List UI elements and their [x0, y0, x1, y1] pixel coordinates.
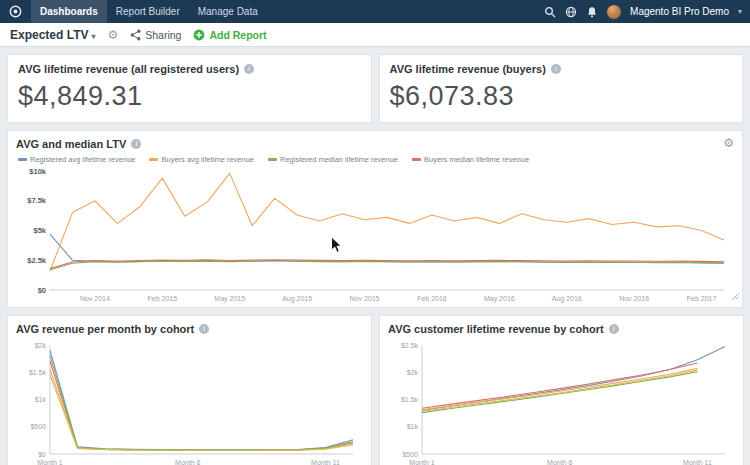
cohort-lifetime-title: AVG customer lifetime revenue by cohort	[388, 323, 604, 335]
info-icon[interactable]: i	[244, 64, 254, 74]
svg-text:Feb 2015: Feb 2015	[148, 295, 178, 302]
info-icon[interactable]: i	[131, 139, 141, 149]
kpi-row: AVG lifetime revenue (all registered use…	[7, 54, 743, 123]
legend-item[interactable]: Registered median lifetime revenue	[268, 155, 398, 164]
svg-text:Feb 2016: Feb 2016	[417, 295, 447, 302]
legend-swatch	[149, 158, 158, 161]
svg-text:$2k: $2k	[407, 369, 419, 376]
brand-logo-icon[interactable]	[8, 4, 23, 19]
dashboard-toolbar: Expected LTV▾ ⚙ Sharing Add Report	[0, 23, 750, 47]
cohort-revenue-panel: AVG revenue per month by cohort i $0$500…	[7, 315, 372, 465]
info-icon[interactable]: i	[551, 64, 561, 74]
bottom-chart-row: AVG revenue per month by cohort i $0$500…	[7, 315, 743, 465]
kpi-value: $6,073.83	[390, 81, 733, 112]
legend-item[interactable]: Registered avg lifetime revenue	[18, 155, 135, 164]
main-chart-panel: AVG and median LTV i ⚙ Registered avg li…	[7, 130, 743, 308]
legend-item[interactable]: Buyers avg lifetime revenue	[149, 155, 254, 164]
svg-text:$500: $500	[402, 451, 418, 458]
nav-item-report-builder[interactable]: Report Builder	[107, 0, 189, 23]
info-icon[interactable]: i	[609, 324, 619, 334]
globe-icon[interactable]	[565, 6, 577, 18]
chevron-down-icon: ▾	[91, 32, 95, 41]
legend-label: Registered median lifetime revenue	[280, 155, 398, 164]
dashboard-settings-gear-icon[interactable]: ⚙	[107, 29, 118, 41]
svg-text:$500: $500	[30, 423, 46, 430]
svg-text:Aug 2015: Aug 2015	[282, 295, 312, 303]
svg-text:May 2016: May 2016	[484, 295, 515, 303]
plus-icon	[193, 29, 205, 41]
svg-text:$10k: $10k	[29, 167, 47, 176]
legend-swatch	[18, 158, 27, 161]
kpi-title: AVG lifetime revenue (buyers)	[390, 63, 546, 75]
dashboard-title-dropdown[interactable]: Expected LTV▾	[10, 28, 95, 42]
dashboard-title: Expected LTV	[10, 28, 88, 42]
search-icon[interactable]	[544, 6, 556, 18]
svg-text:$1k: $1k	[35, 396, 47, 403]
legend-label: Buyers median lifetime revenue	[424, 155, 529, 164]
svg-text:Month 11: Month 11	[311, 459, 340, 465]
nav-item-manage-data[interactable]: Manage Data	[189, 0, 267, 23]
main-chart-legend: Registered avg lifetime revenueBuyers av…	[18, 155, 734, 164]
kpi-title: AVG lifetime revenue (all registered use…	[18, 63, 239, 75]
svg-text:Feb 2017: Feb 2017	[687, 295, 717, 302]
svg-text:Nov 2015: Nov 2015	[350, 295, 380, 302]
dashboard-content: AVG lifetime revenue (all registered use…	[0, 47, 750, 465]
chevron-down-icon[interactable]: ▾	[738, 7, 742, 16]
svg-text:Month 6: Month 6	[547, 459, 572, 465]
cohort-lifetime-panel: AVG customer lifetime revenue by cohort …	[379, 315, 744, 465]
svg-text:$1k: $1k	[407, 423, 419, 430]
svg-text:$1.5k: $1.5k	[401, 396, 419, 403]
add-report-button[interactable]: Add Report	[193, 29, 266, 41]
svg-text:$7.5k: $7.5k	[27, 196, 47, 205]
svg-text:$5k: $5k	[33, 226, 46, 235]
main-chart-title: AVG and median LTV	[16, 138, 126, 150]
cohort-revenue-title: AVG revenue per month by cohort	[16, 323, 194, 335]
sharing-button[interactable]: Sharing	[130, 29, 181, 41]
legend-label: Buyers avg lifetime revenue	[161, 155, 254, 164]
svg-text:May 2015: May 2015	[214, 295, 245, 303]
legend-swatch	[268, 158, 277, 161]
share-icon	[130, 29, 141, 41]
info-icon[interactable]: i	[199, 324, 209, 334]
legend-swatch	[412, 158, 421, 161]
avatar[interactable]	[607, 5, 621, 19]
svg-text:Nov 2014: Nov 2014	[80, 295, 110, 302]
svg-text:Month 1: Month 1	[37, 459, 62, 465]
resize-handle-icon[interactable]	[732, 286, 739, 304]
svg-text:$0: $0	[38, 451, 46, 458]
kpi-card-buyers: AVG lifetime revenue (buyers) i $6,073.8…	[379, 54, 744, 123]
chart-settings-gear-icon[interactable]: ⚙	[723, 137, 734, 149]
legend-label: Registered avg lifetime revenue	[30, 155, 135, 164]
svg-text:Month 1: Month 1	[409, 459, 434, 465]
svg-text:$2.5k: $2.5k	[401, 342, 419, 349]
bell-icon[interactable]	[586, 6, 598, 18]
svg-text:Month 11: Month 11	[683, 459, 712, 465]
kpi-card-registered: AVG lifetime revenue (all registered use…	[7, 54, 372, 123]
cohort-revenue-chart[interactable]: $0$500$1k$1.5k$2kMonth 1Month 6Month 11	[16, 339, 363, 465]
nav-item-dashboards[interactable]: Dashboards	[31, 0, 107, 23]
legend-item[interactable]: Buyers median lifetime revenue	[412, 155, 529, 164]
primary-nav: Dashboards Report Builder Manage Data	[31, 0, 267, 23]
top-nav: Dashboards Report Builder Manage Data Ma…	[0, 0, 750, 23]
svg-text:$0: $0	[38, 286, 46, 295]
svg-text:Month 6: Month 6	[175, 459, 200, 465]
ltv-line-chart[interactable]: $0$2.5k$5k$7.5k$10kNov 2014Feb 2015May 2…	[16, 165, 734, 303]
svg-text:Aug 2016: Aug 2016	[552, 295, 582, 303]
svg-text:$2k: $2k	[35, 342, 47, 349]
svg-text:$2.5k: $2.5k	[27, 256, 47, 265]
cohort-lifetime-chart[interactable]: $500$1k$1.5k$2k$2.5kMonth 1Month 6Month …	[388, 339, 735, 465]
sharing-label: Sharing	[145, 29, 181, 41]
svg-text:$1.5k: $1.5k	[29, 369, 47, 376]
kpi-value: $4,849.31	[18, 81, 361, 112]
add-report-label: Add Report	[209, 29, 266, 41]
svg-text:Nov 2016: Nov 2016	[619, 295, 649, 302]
user-menu-label[interactable]: Magento BI Pro Demo	[630, 6, 729, 17]
nav-right-group: Magento BI Pro Demo ▾	[544, 5, 742, 19]
